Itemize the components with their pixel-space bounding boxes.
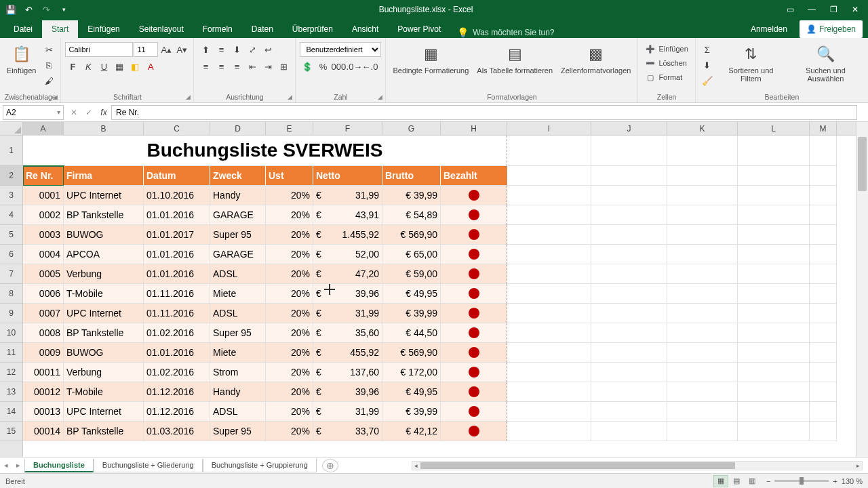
cell[interactable] bbox=[507, 422, 591, 441]
cell-bezahlt[interactable] bbox=[441, 186, 507, 205]
cell-netto[interactable]: €43,91 bbox=[313, 205, 382, 225]
cell[interactable] bbox=[738, 284, 810, 304]
column-header-D[interactable]: D bbox=[210, 122, 266, 136]
cell[interactable] bbox=[667, 264, 738, 284]
column-header-M[interactable]: M bbox=[810, 122, 837, 136]
cell[interactable] bbox=[667, 284, 738, 304]
cell[interactable] bbox=[667, 136, 738, 166]
column-header-H[interactable]: H bbox=[441, 122, 507, 136]
table-header-2[interactable]: Datum bbox=[144, 166, 210, 186]
fill-color-icon[interactable]: ◧ bbox=[127, 59, 142, 74]
sort-filter-button[interactable]: ⇅ Sortieren und Filtern bbox=[717, 42, 785, 84]
cell-ust[interactable]: 20% bbox=[266, 225, 313, 245]
cell-netto[interactable]: €39,96 bbox=[313, 284, 382, 304]
cell-bezahlt[interactable] bbox=[441, 245, 507, 264]
tell-me-search[interactable]: 💡 Was möchten Sie tun? bbox=[457, 27, 554, 38]
row-header-8[interactable]: 8 bbox=[0, 284, 22, 304]
format-cells-button[interactable]: ▢Format bbox=[642, 70, 685, 84]
cell-netto[interactable]: €455,92 bbox=[313, 343, 382, 363]
cell-ust[interactable]: 20% bbox=[266, 343, 313, 363]
cell[interactable] bbox=[507, 205, 591, 225]
cell[interactable] bbox=[667, 205, 738, 225]
page-layout-view-icon[interactable]: ▤ bbox=[729, 475, 744, 487]
cell[interactable] bbox=[591, 186, 667, 205]
cell[interactable] bbox=[591, 136, 667, 166]
cell[interactable] bbox=[810, 136, 837, 166]
tab-ansicht[interactable]: Ansicht bbox=[342, 20, 388, 38]
cell[interactable] bbox=[591, 284, 667, 304]
cell[interactable] bbox=[667, 166, 738, 186]
row-header-6[interactable]: 6 bbox=[0, 245, 22, 264]
cell-ust[interactable]: 20% bbox=[266, 402, 313, 422]
cell[interactable] bbox=[738, 382, 810, 402]
cell-netto[interactable]: €35,60 bbox=[313, 323, 382, 343]
increase-font-icon[interactable]: A▴ bbox=[159, 42, 174, 57]
table-header-0[interactable]: Re Nr. bbox=[23, 166, 64, 186]
cut-icon[interactable]: ✂ bbox=[41, 42, 56, 57]
minimize-icon[interactable]: — bbox=[802, 2, 822, 17]
cell-datum[interactable]: 01.03.2016 bbox=[144, 422, 210, 441]
cell[interactable] bbox=[591, 225, 667, 245]
align-middle-icon[interactable]: ≡ bbox=[214, 42, 229, 57]
font-dialog-launcher[interactable]: ◢ bbox=[184, 93, 192, 101]
zoom-slider[interactable] bbox=[774, 480, 829, 482]
sheet-nav-next-icon[interactable]: ▸ bbox=[12, 459, 24, 472]
cell[interactable] bbox=[591, 264, 667, 284]
tab-start[interactable]: Start bbox=[42, 20, 78, 38]
comma-icon[interactable]: 000 bbox=[331, 59, 346, 74]
select-all-corner[interactable] bbox=[0, 122, 23, 136]
tab-daten[interactable]: Daten bbox=[242, 20, 283, 38]
cell[interactable] bbox=[667, 323, 738, 343]
cell-bezahlt[interactable] bbox=[441, 205, 507, 225]
sheet-tab-1[interactable]: Buchungsliste + Gliederung bbox=[94, 459, 203, 472]
cell-zweck[interactable]: Super 95 bbox=[210, 225, 266, 245]
cell-renr[interactable]: 0007 bbox=[23, 304, 64, 323]
cell-ust[interactable]: 20% bbox=[266, 422, 313, 441]
cell-renr[interactable]: 00011 bbox=[23, 363, 64, 382]
cell-bezahlt[interactable] bbox=[441, 284, 507, 304]
column-header-B[interactable]: B bbox=[64, 122, 144, 136]
cell-renr[interactable]: 0005 bbox=[23, 264, 64, 284]
cell[interactable] bbox=[667, 245, 738, 264]
cell[interactable] bbox=[810, 382, 837, 402]
cell-ust[interactable]: 20% bbox=[266, 304, 313, 323]
cell-brutto[interactable]: € 42,12 bbox=[382, 422, 441, 441]
cell[interactable] bbox=[507, 363, 591, 382]
sheet-tab-0[interactable]: Buchungsliste bbox=[24, 459, 94, 472]
cell-ust[interactable]: 20% bbox=[266, 382, 313, 402]
orientation-icon[interactable]: ⤢ bbox=[245, 42, 260, 57]
column-header-J[interactable]: J bbox=[591, 122, 667, 136]
cell[interactable] bbox=[738, 402, 810, 422]
cell[interactable] bbox=[507, 382, 591, 402]
cell-zweck[interactable]: Miete bbox=[210, 343, 266, 363]
cell-ust[interactable]: 20% bbox=[266, 284, 313, 304]
cell[interactable] bbox=[810, 264, 837, 284]
cell-brutto[interactable]: € 49,95 bbox=[382, 382, 441, 402]
cell-renr[interactable]: 00013 bbox=[23, 402, 64, 422]
close-icon[interactable]: ✕ bbox=[845, 2, 865, 17]
cell-brutto[interactable]: € 54,89 bbox=[382, 205, 441, 225]
cell-datum[interactable]: 01.01.2016 bbox=[144, 343, 210, 363]
row-header-10[interactable]: 10 bbox=[0, 323, 22, 343]
fx-icon[interactable]: fx bbox=[96, 105, 111, 120]
autosum-icon[interactable]: Σ bbox=[700, 42, 715, 57]
clear-icon[interactable]: 🧹 bbox=[700, 73, 715, 88]
cell-firma[interactable]: APCOA bbox=[64, 245, 144, 264]
cell-renr[interactable]: 0006 bbox=[23, 284, 64, 304]
cell[interactable] bbox=[810, 205, 837, 225]
cell-brutto[interactable]: € 569,90 bbox=[382, 225, 441, 245]
cell-netto[interactable]: €33,70 bbox=[313, 422, 382, 441]
qat-customize-icon[interactable]: ▾ bbox=[56, 2, 72, 17]
table-header-7[interactable]: Bezahlt bbox=[441, 166, 507, 186]
cell[interactable] bbox=[738, 323, 810, 343]
decrease-decimal-icon[interactable]: ←.0 bbox=[362, 59, 377, 74]
cell-zweck[interactable]: Miete bbox=[210, 284, 266, 304]
alignment-dialog-launcher[interactable]: ◢ bbox=[285, 93, 294, 101]
zoom-level[interactable]: 130 % bbox=[842, 477, 863, 485]
cell-datum[interactable]: 01.01.2017 bbox=[144, 225, 210, 245]
cell[interactable] bbox=[507, 186, 591, 205]
cell-renr[interactable]: 0009 bbox=[23, 343, 64, 363]
signin-link[interactable]: Anmelden bbox=[744, 20, 794, 38]
cell-brutto[interactable]: € 44,50 bbox=[382, 323, 441, 343]
cell[interactable] bbox=[591, 323, 667, 343]
